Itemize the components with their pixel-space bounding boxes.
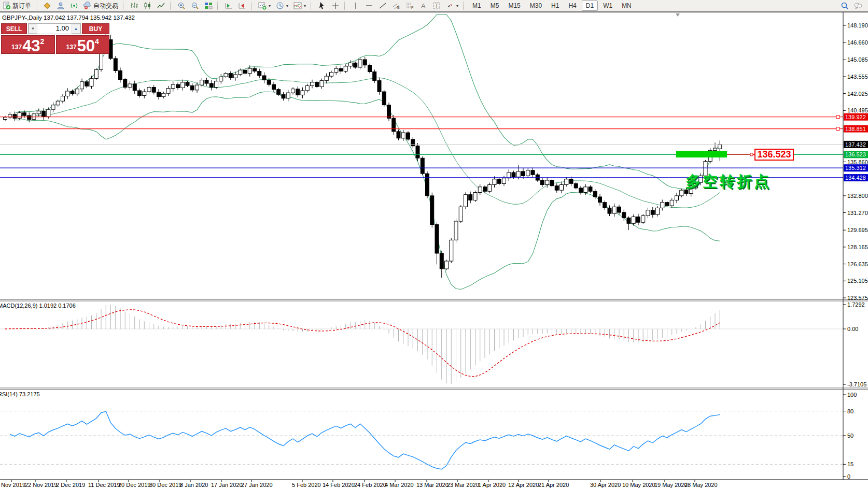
svg-text:20 Dec 2019: 20 Dec 2019 [118,482,150,488]
trendline-icon [379,2,387,10]
candlesticks [4,33,722,278]
arrows-icon [446,2,454,10]
volume-decrease-button[interactable]: ▼ [29,24,37,34]
search-button[interactable] [838,1,851,11]
label-button[interactable]: T [430,1,443,11]
fibonacci-button[interactable]: F [403,1,416,11]
label-t-icon: T [432,2,441,10]
signals-button[interactable] [68,1,80,11]
svg-text:135.860: 135.860 [847,159,868,165]
svg-text:2 Dec 2019: 2 Dec 2019 [56,482,85,488]
buy-button[interactable]: BUY [82,23,109,34]
vertical-line-button[interactable] [349,1,362,11]
timeframe-mn[interactable]: MN [618,1,636,11]
auto-scroll-button[interactable] [236,1,248,11]
hline-icon [365,2,373,10]
equidistant-channel-button[interactable]: E [390,1,402,11]
volume-stepper: ▼ 1.00 ▲ [28,23,81,34]
svg-text:139.922: 139.922 [845,114,866,120]
svg-text:27 Jan 2020: 27 Jan 2020 [241,482,273,488]
hline-138.851[interactable] [0,127,843,131]
tile-windows-button[interactable] [202,1,215,11]
svg-text:8 Jan 2020: 8 Jan 2020 [180,482,208,488]
chart-annotation-text[interactable]: 多空转折点 [685,171,771,192]
highlight-rectangle[interactable] [676,151,727,157]
toolbar-separator [311,2,314,10]
new-order-button[interactable]: 新订单 [1,1,33,11]
buy-price-prefix: 137 [66,44,77,51]
periods-button[interactable]: ▾ [274,1,290,11]
svg-text:19 May 2020: 19 May 2020 [654,482,688,488]
chart-shift-button[interactable] [222,1,235,11]
autotrading-icon [83,2,92,10]
timeframe-d1[interactable]: D1 [582,1,598,11]
svg-text:129.695: 129.695 [847,227,868,233]
timeframe-h1[interactable]: H1 [547,1,563,11]
svg-text:148.190: 148.190 [847,22,868,28]
sell-button[interactable]: SELL [1,23,27,34]
new-chart-button-dropdown-icon[interactable]: ▾ [269,4,271,8]
navigator-icon [57,2,65,10]
periods-button-dropdown-icon[interactable]: ▾ [286,4,288,8]
toolbar-group-order: 新订单 [0,0,34,11]
svg-text:30 Apr 2020: 30 Apr 2020 [590,482,621,488]
new-chart-button[interactable]: ▾ [256,1,273,11]
arrows-button-dropdown-icon[interactable]: ▾ [456,4,458,8]
sell-price-box[interactable]: 137 43 2 [1,35,55,54]
zoom-in-button[interactable] [175,1,188,11]
price-chart[interactable]: 148.190146.660145.085143.555142.025140.4… [0,0,868,489]
svg-text:5 Feb 2020: 5 Feb 2020 [292,482,321,488]
trendline-button[interactable] [376,1,389,11]
price-callout-label[interactable]: 136.523 [754,149,794,161]
vline-icon [352,2,360,10]
signal-icon [70,2,78,10]
buy-price-box[interactable]: 137 50 4 [56,35,110,54]
svg-text:125.105: 125.105 [847,278,868,284]
volume-input[interactable]: 1.00 [37,24,72,34]
timeframe-m5[interactable]: M5 [486,1,503,11]
chart-plus-icon [258,2,267,10]
svg-text:15: 15 [847,461,853,467]
line-chart-button[interactable] [155,1,167,11]
mt4-window: 新订单自动交易▾▾▾EFAT▾M1M5M15M30H1H4D1W1MN 148.… [0,0,868,489]
line-chart-icon [157,2,165,10]
chat-button[interactable] [852,1,864,11]
hline-139.922[interactable] [0,116,843,119]
new-order-button-label: 新订单 [12,2,31,10]
timeframe-w1[interactable]: W1 [599,1,617,11]
time-axis[interactable]: Nov 201922 Nov 20192 Dec 201911 Dec 2019… [1,480,718,488]
timeframe-h4[interactable]: H4 [564,1,580,11]
indicators-button[interactable]: ▾ [291,1,308,11]
volume-increase-button[interactable]: ▲ [72,24,80,34]
svg-text:22 Nov 2019: 22 Nov 2019 [25,482,57,488]
svg-text:137.432: 137.432 [845,141,866,148]
zoom-out-button[interactable] [189,1,201,11]
timeframe-m15[interactable]: M15 [504,1,524,11]
candlestick-icon [144,2,152,10]
horizontal-line-button[interactable] [363,1,375,11]
candlestick-button[interactable] [142,1,154,11]
text-button[interactable]: A [417,1,429,11]
autotrading-button[interactable]: 自动交易 [81,1,120,11]
navigator-button[interactable] [54,1,67,11]
market-watch-icon [43,2,51,10]
toolbar-group-chart-types [128,0,168,11]
rsi-indicator-label: RSI(14) 73.2175 [0,391,40,397]
toolbar-group-zoom [175,0,215,11]
cursor-button[interactable] [316,1,328,11]
bollinger-bands [15,15,720,290]
order-doc-icon [3,2,11,10]
toolbar-separator [217,2,221,10]
timeframe-m30[interactable]: M30 [526,1,546,11]
crosshair-button[interactable] [329,1,342,11]
arrows-button[interactable]: ▾ [444,1,460,11]
market-watch-button[interactable] [41,1,53,11]
cursor-icon [318,2,326,10]
toolbar: 新订单自动交易▾▾▾EFAT▾M1M5M15M30H1H4D1W1MN [0,0,868,12]
timeframe-m1[interactable]: M1 [468,1,485,11]
svg-text:-3.7105: -3.7105 [847,381,866,387]
bar-chart-button[interactable] [128,1,141,11]
toolbar-group-pointer [315,0,342,11]
svg-text:146.660: 146.660 [847,39,868,46]
indicators-button-dropdown-icon[interactable]: ▾ [304,4,306,8]
